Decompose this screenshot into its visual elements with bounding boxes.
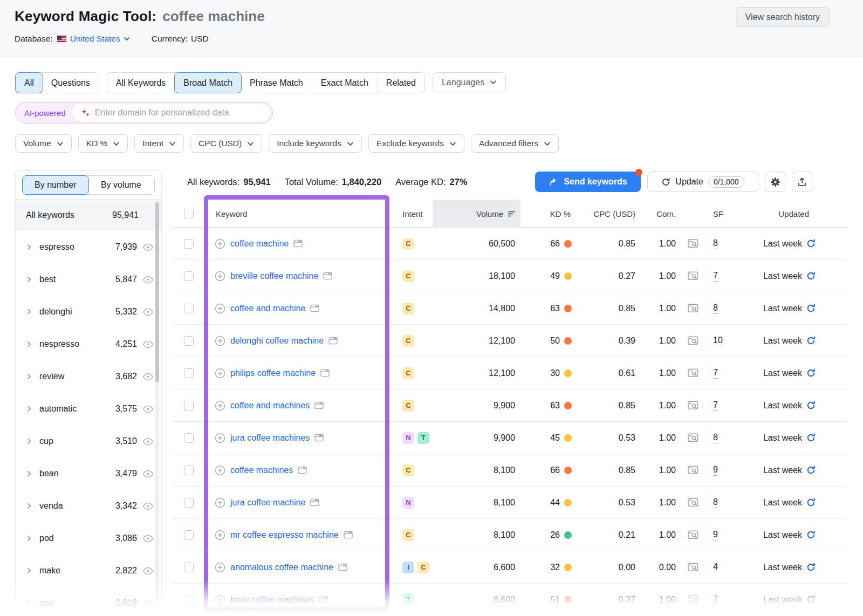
- serp-preview-icon[interactable]: [688, 466, 698, 475]
- row-checkbox[interactable]: [184, 498, 194, 508]
- row-checkbox[interactable]: [184, 530, 194, 540]
- keyword-link[interactable]: coffee and machines: [230, 401, 310, 410]
- sidebar-keyword-group-espresso[interactable]: espresso 7,939: [16, 231, 161, 263]
- tab-phrase-match[interactable]: Phrase Match: [241, 73, 312, 93]
- export-button[interactable]: [792, 172, 812, 192]
- sidebar-keyword-group-venda[interactable]: venda 3,342: [16, 490, 161, 522]
- refresh-metrics-icon[interactable]: [806, 401, 816, 410]
- keyword-link[interactable]: jura coffee machine: [230, 498, 305, 508]
- filter-volume[interactable]: Volume: [15, 134, 72, 153]
- serp-window-icon[interactable]: [314, 434, 324, 442]
- row-checkbox[interactable]: [184, 595, 194, 605]
- sidebar-scrollbar-thumb[interactable]: [155, 202, 159, 382]
- filter-cpc-usd[interactable]: CPC (USD): [190, 134, 262, 153]
- keyword-link[interactable]: delonghi coffee machine: [230, 336, 324, 346]
- sf-value[interactable]: 8: [713, 497, 718, 508]
- refresh-metrics-icon[interactable]: [806, 498, 816, 507]
- keyword-link[interactable]: mr coffee espresso machine: [230, 530, 339, 540]
- update-button[interactable]: Update 0/1,000: [647, 172, 758, 192]
- eye-icon[interactable]: [142, 243, 154, 251]
- add-keyword-icon[interactable]: [215, 433, 225, 443]
- add-keyword-icon[interactable]: [215, 497, 225, 508]
- sidebar-keyword-group-use[interactable]: use 2,818: [16, 587, 161, 616]
- column-header-keyword[interactable]: Keyword: [205, 200, 389, 228]
- column-header-sf[interactable]: SF: [709, 200, 734, 228]
- refresh-metrics-icon[interactable]: [806, 595, 816, 604]
- sf-value[interactable]: 10: [713, 336, 723, 346]
- refresh-metrics-icon[interactable]: [806, 466, 816, 475]
- sf-value[interactable]: 7: [713, 271, 718, 282]
- serp-preview-icon[interactable]: [688, 368, 698, 378]
- eye-icon[interactable]: [142, 340, 154, 348]
- serp-preview-icon[interactable]: [688, 239, 698, 248]
- add-keyword-icon[interactable]: [215, 271, 225, 282]
- send-keywords-button[interactable]: Send keywords: [535, 172, 641, 192]
- sidebar-keyword-group-delonghi[interactable]: delonghi 5,332: [16, 296, 161, 328]
- keyword-link[interactable]: breville coffee machine: [230, 271, 318, 281]
- keyword-link[interactable]: anomalous coffee machine: [230, 563, 333, 572]
- filter-intent[interactable]: Intent: [134, 134, 184, 153]
- serp-preview-icon[interactable]: [688, 563, 698, 572]
- sf-value[interactable]: 7: [713, 594, 718, 605]
- eye-icon[interactable]: [142, 567, 154, 575]
- serp-window-icon[interactable]: [310, 498, 319, 507]
- all-keywords-group-row[interactable]: All keywords 95,941: [16, 200, 161, 231]
- view-search-history-button[interactable]: View search history: [736, 7, 830, 27]
- row-checkbox[interactable]: [184, 368, 194, 378]
- serp-preview-icon[interactable]: [688, 498, 698, 507]
- serp-window-icon[interactable]: [328, 337, 338, 345]
- eye-icon[interactable]: [142, 308, 154, 316]
- select-all-checkbox[interactable]: [184, 209, 194, 218]
- sf-value[interactable]: 9: [713, 465, 718, 476]
- filter-exclude-keywords[interactable]: Exclude keywords: [368, 134, 464, 153]
- tab-questions[interactable]: Questions: [43, 73, 99, 93]
- sf-value[interactable]: 8: [713, 433, 718, 443]
- add-keyword-icon[interactable]: [215, 465, 225, 476]
- add-keyword-icon[interactable]: [215, 368, 225, 379]
- sidebar-keyword-group-bean[interactable]: bean 3,479: [16, 457, 161, 490]
- filter-kd[interactable]: KD %: [78, 134, 128, 153]
- sidebar-keyword-group-nespresso[interactable]: nespresso 4,251: [16, 328, 161, 360]
- database-select[interactable]: United States: [70, 34, 130, 44]
- tab-broad-match[interactable]: Broad Match: [174, 72, 242, 93]
- serp-preview-icon[interactable]: [688, 271, 698, 280]
- eye-icon[interactable]: [142, 599, 154, 607]
- serp-preview-icon[interactable]: [688, 433, 698, 442]
- serp-window-icon[interactable]: [320, 369, 330, 377]
- column-header-cpc[interactable]: CPC (USD): [572, 200, 636, 228]
- sf-value[interactable]: 7: [713, 368, 718, 379]
- serp-window-icon[interactable]: [298, 466, 307, 474]
- serp-preview-icon[interactable]: [688, 530, 698, 539]
- serp-window-icon[interactable]: [293, 239, 303, 248]
- add-keyword-icon[interactable]: [215, 594, 225, 605]
- column-header-volume[interactable]: Volume: [433, 200, 520, 228]
- sf-value[interactable]: 4: [713, 562, 718, 572]
- sf-value[interactable]: 8: [713, 303, 718, 314]
- sidebar-keyword-group-review[interactable]: review 3,682: [16, 360, 161, 393]
- serp-preview-icon[interactable]: [688, 595, 698, 604]
- serp-preview-icon[interactable]: [688, 336, 698, 345]
- refresh-metrics-icon[interactable]: [806, 530, 816, 539]
- sidebar-keyword-group-automatic[interactable]: automatic 3,575: [16, 393, 161, 425]
- row-checkbox[interactable]: [184, 466, 194, 475]
- eye-icon[interactable]: [142, 437, 154, 446]
- tab-all-keywords[interactable]: All Keywords: [107, 73, 175, 93]
- serp-window-icon[interactable]: [344, 531, 353, 539]
- sidebar-keyword-group-pod[interactable]: pod 3,086: [16, 522, 161, 555]
- serp-preview-icon[interactable]: [688, 304, 698, 313]
- refresh-metrics-icon[interactable]: [806, 563, 816, 572]
- add-keyword-icon[interactable]: [215, 400, 225, 411]
- column-header-intent[interactable]: Intent: [389, 200, 433, 228]
- tab-all[interactable]: All: [15, 72, 43, 93]
- keyword-link[interactable]: coffee and machine: [230, 304, 305, 313]
- row-checkbox[interactable]: [184, 563, 194, 572]
- eye-icon[interactable]: [142, 535, 154, 543]
- tab-exact-match[interactable]: Exact Match: [312, 73, 378, 93]
- sidebar-tab-by-number[interactable]: By number: [22, 175, 89, 195]
- row-checkbox[interactable]: [184, 239, 194, 249]
- eye-icon[interactable]: [142, 470, 154, 478]
- settings-button[interactable]: [765, 172, 785, 192]
- sidebar-keyword-group-make[interactable]: make 2,822: [16, 555, 161, 587]
- filter-advanced-filters[interactable]: Advanced filters: [471, 134, 559, 153]
- keyword-link[interactable]: coffee machine: [230, 239, 289, 249]
